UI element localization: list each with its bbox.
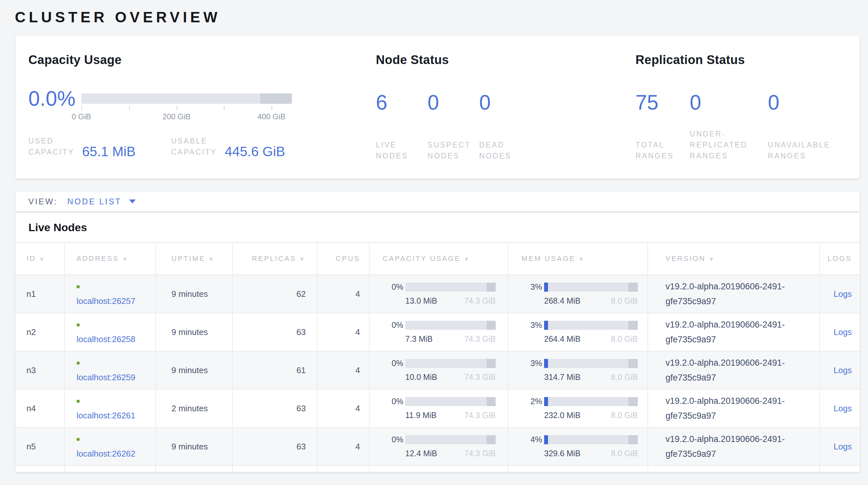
mem-meter: 3% xyxy=(519,282,638,292)
column-header-id[interactable]: ID▼ xyxy=(16,242,65,275)
column-header-mem-usage[interactable]: MEM USAGE▼ xyxy=(508,242,648,275)
column-header-cpus: CPUS xyxy=(317,242,369,275)
column-header-address[interactable]: ADDRESS▼ xyxy=(65,242,156,275)
stat-number: 6 xyxy=(376,91,428,113)
capacity-used-label: 13.0 MiB xyxy=(405,296,437,306)
logs-cell: Logs xyxy=(819,351,860,389)
column-header-version[interactable]: VERSION▼ xyxy=(648,242,819,275)
view-bar: VIEW: NODE LIST xyxy=(16,192,860,211)
axis-tick-label: 400 GiB xyxy=(257,112,285,121)
capacity-bar-reserved-segment xyxy=(260,93,292,104)
partial-cell xyxy=(156,465,232,472)
capacity-used-label: 10.0 MiB xyxy=(405,372,437,382)
view-selector[interactable]: NODE LIST xyxy=(67,197,135,206)
logs-link[interactable]: Logs xyxy=(834,327,852,337)
mem-bar-track xyxy=(544,321,638,330)
column-header-label: MEM USAGE xyxy=(522,254,576,262)
column-header-label: ID xyxy=(27,254,36,262)
column-header-label: VERSION xyxy=(665,254,706,262)
cpus-cell: 4 xyxy=(317,275,369,313)
sort-arrow-icon: ▼ xyxy=(39,256,45,262)
capacity-stat: USEDCAPACITY65.1 MiB xyxy=(28,136,135,158)
stat-label: SUSPECTNODES xyxy=(428,139,479,161)
uptime-cell: 2 minutes xyxy=(156,389,232,427)
node-id-cell: n2 xyxy=(16,313,65,351)
mem-used-label: 314.7 MiB xyxy=(544,372,581,382)
stat-label: TOTALRANGES xyxy=(636,139,690,161)
capacity-usage-cell: 0%12.4 MiB74.3 GiB xyxy=(369,427,508,465)
stat-label: DEADNODES xyxy=(479,139,531,161)
mem-usage-cell: 3%314.7 MiB8.0 GiB xyxy=(508,351,648,389)
version-cell: v19.2.0-alpha.20190606-2491-gfe735c9a97 xyxy=(648,313,819,351)
logs-link[interactable]: Logs xyxy=(834,442,852,451)
capacity-bar-track xyxy=(405,397,496,406)
capacity-bar-reserved-segment xyxy=(487,397,496,406)
mem-bar-track xyxy=(544,397,638,406)
capacity-usage-cell: 0%13.0 MiB74.3 GiB xyxy=(369,275,508,313)
node-id-cell: n3 xyxy=(16,351,65,389)
stat-value: 445.6 GiB xyxy=(225,146,285,158)
table-row: n1localhost:262579 minutes6240%13.0 MiB7… xyxy=(16,275,860,313)
capacity-meter: 0% xyxy=(380,282,496,292)
version-cell: v19.2.0-alpha.20190606-2491-gfe735c9a97 xyxy=(648,389,819,427)
mem-total-label: 8.0 GiB xyxy=(611,411,638,420)
capacity-bar-track xyxy=(405,359,496,368)
axis-tick-mark xyxy=(82,106,82,110)
address-link[interactable]: localhost:26257 xyxy=(76,296,135,306)
column-header-replicas[interactable]: REPLICAS▼ xyxy=(232,242,317,275)
mem-total-label: 8.0 GiB xyxy=(611,296,638,306)
logs-link[interactable]: Logs xyxy=(834,289,852,299)
address-link[interactable]: localhost:26259 xyxy=(76,372,135,382)
stat-number: 0 xyxy=(479,91,531,113)
mem-bar-track xyxy=(544,359,638,368)
capacity-usage-cell: 0%7.3 MiB74.3 GiB xyxy=(369,313,508,351)
live-status-dot-icon xyxy=(76,285,80,288)
capacity-total-label: 74.3 GiB xyxy=(464,449,496,458)
partial-cell xyxy=(317,465,369,472)
address-link[interactable]: localhost:26261 xyxy=(76,411,135,420)
stat-label: USABLECAPACITY xyxy=(171,136,217,158)
address-link[interactable]: localhost:26262 xyxy=(76,449,135,458)
sort-arrow-icon: ▼ xyxy=(209,256,215,262)
column-header-capacity-usage[interactable]: CAPACITY USAGE▼ xyxy=(369,242,508,275)
stat-number: 75 xyxy=(636,91,690,113)
address-wrap: localhost:26258 xyxy=(76,318,138,346)
axis-tick-mark xyxy=(272,106,272,110)
view-selected-value: NODE LIST xyxy=(67,197,121,206)
summary-stat: 6LIVENODES xyxy=(376,91,428,161)
table-row: n4localhost:262612 minutes6340%11.9 MiB7… xyxy=(16,389,860,427)
capacity-chart: 0.0% 0 GiB200 GiB400 GiB xyxy=(28,85,376,112)
capacity-meter: 0% xyxy=(380,320,496,330)
capacity-meter-labels: 10.0 MiB74.3 GiB xyxy=(405,372,496,382)
live-status-dot-icon xyxy=(76,362,80,365)
capacity-total-label: 74.3 GiB xyxy=(464,296,496,306)
logs-cell: Logs xyxy=(819,275,860,313)
mem-used-label: 232.0 MiB xyxy=(544,411,581,420)
mem-bar-reserved-segment xyxy=(628,359,638,368)
mem-percent-label: 3% xyxy=(519,320,542,330)
capacity-bar-track xyxy=(405,321,496,330)
axis-tick-mark xyxy=(224,106,224,110)
stat-number: 0 xyxy=(768,91,830,113)
address-link[interactable]: localhost:26258 xyxy=(76,334,135,344)
logs-link[interactable]: Logs xyxy=(834,365,852,375)
node-id-cell: n1 xyxy=(16,275,65,313)
axis-tick-label: 200 GiB xyxy=(162,112,190,121)
live-status-dot-icon xyxy=(76,438,80,441)
sort-arrow-icon: ▼ xyxy=(579,256,585,262)
logs-link[interactable]: Logs xyxy=(834,403,852,413)
column-header-label: CPUS xyxy=(336,254,360,262)
summary-stat: 75TOTALRANGES xyxy=(636,91,690,161)
capacity-percent-label: 0% xyxy=(380,320,403,330)
sort-arrow-icon: ▼ xyxy=(300,256,306,262)
capacity-bar-track xyxy=(405,435,496,444)
mem-bar-fill xyxy=(544,435,548,444)
mem-usage-cell: 2%232.0 MiB8.0 GiB xyxy=(508,389,648,427)
capacity-bar-reserved-segment xyxy=(487,283,496,292)
mem-used-label: 264.4 MiB xyxy=(544,334,581,344)
address-cell: localhost:26257 xyxy=(65,275,156,313)
stat-label: UNAVAILABLERANGES xyxy=(768,139,830,161)
column-header-uptime[interactable]: UPTIME▼ xyxy=(156,242,232,275)
column-header-label: CAPACITY USAGE xyxy=(383,254,461,262)
mem-meter: 2% xyxy=(519,397,638,406)
